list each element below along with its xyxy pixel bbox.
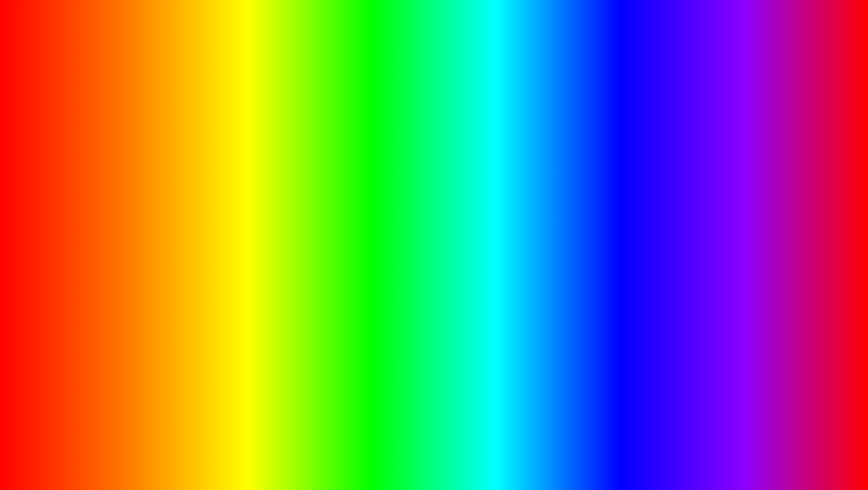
sidebar-label-shop: Shop: [55, 240, 67, 246]
auto-next-island-row[interactable]: Auto Next Island ✓: [672, 286, 837, 305]
start-raid-checkbox[interactable]: [822, 235, 830, 243]
r-sidebar-founder-label: Founder & Dev: [637, 175, 667, 187]
select-type-farm-label: Select Type Farm: [95, 177, 236, 183]
sidebar-item-combat[interactable]: Combat/PVP: [40, 221, 89, 236]
left-panel-controls: − ✕: [239, 160, 258, 168]
r-sidebar-island-label: Island/ESP: [637, 225, 663, 232]
right-sidebar-island-esp[interactable]: Island/ESP: [622, 221, 671, 236]
right-panel-close-button[interactable]: ✕: [823, 160, 831, 168]
script-text: SCRIPT: [425, 434, 557, 474]
select-chip-value: Dough: [807, 198, 823, 205]
sidebar-item-shop[interactable]: Shop: [40, 236, 89, 251]
raid-header-row: Raid: [672, 173, 837, 192]
right-panel-controls: − ✕: [812, 160, 831, 168]
auto-next-island-checkbox[interactable]: ✓: [822, 292, 830, 300]
r-farm-icon: [627, 210, 634, 217]
left-panel-content: Select Type Farm Upper ∧ Main Farm ✓ Cus…: [90, 171, 264, 265]
star-decoration: ⭐: [470, 347, 504, 379]
skull-icon: ☠: [747, 371, 828, 403]
logo-fruits-text: FRUITS: [747, 424, 828, 450]
r-founder-icon: [627, 178, 634, 185]
ectoplasm-row[interactable]: Ectoplasm: [90, 249, 264, 263]
r-sidebar-raid-label: Raid: [637, 255, 648, 261]
r-sidebar-combat-label: Combat/PVP: [637, 240, 668, 246]
main-farm-row[interactable]: Main Farm ✓: [90, 187, 264, 203]
right-sidebar-raid[interactable]: Raid: [622, 251, 671, 266]
right-ui-panel: Grape Hub Gen 2.3 − ✕ Founder & Dev Main…: [622, 156, 837, 308]
raid-header-label: Raid: [678, 179, 830, 186]
kill-aura-row[interactable]: Kill Aura ✓: [672, 267, 837, 286]
sidebar-label-sky: Sky: [58, 271, 67, 277]
founder-icon: [45, 178, 52, 185]
sidebar-label-combat: Combat/PVP: [55, 225, 86, 232]
right-panel-body: Founder & Dev Main Farm Island/ESP Comba…: [622, 171, 837, 307]
custom-mode-row[interactable]: Custom Selected Mode ✓: [90, 203, 264, 219]
left-panel-title: Grape Hub Gen 2.3: [46, 161, 97, 168]
right-sidebar-combat[interactable]: Combat/PVP: [622, 236, 671, 251]
left-panel-body: Founder & Dev Main Island/ESP Combat/PVP…: [40, 171, 264, 288]
r-main-icon: [627, 195, 634, 202]
r-raid-icon: [627, 254, 634, 262]
right-sidebar-main[interactable]: Main: [622, 192, 671, 206]
character-head: [416, 76, 452, 111]
main-icon: [45, 195, 52, 202]
left-panel-sidebar: Founder & Dev Main Island/ESP Combat/PVP…: [40, 171, 90, 288]
auto-upper-row[interactable]: Auto Upper: [90, 219, 264, 235]
auto-next-island-label: Auto Next Island: [678, 292, 822, 299]
kill-aura-label: Kill Aura: [678, 273, 822, 280]
start-raid-row[interactable]: Start Raid: [672, 230, 837, 249]
left-panel-minimize-button[interactable]: −: [239, 160, 247, 168]
r-island-icon: [627, 225, 634, 232]
character: [398, 94, 470, 264]
right-panel-minimize-button[interactable]: −: [812, 160, 820, 168]
sidebar-label-main: Main: [55, 196, 67, 202]
background: BLOX FRUITS NO MISS SKILL MOBILE ✓ ANDRO…: [4, 4, 864, 486]
r-sidebar-main-label: Main: [637, 196, 649, 202]
select-chip-row[interactable]: Select Chip Dough ∧: [672, 192, 837, 211]
left-ui-panel: Grape Hub Gen 2.3 − ✕ Founder & Dev Main: [40, 156, 264, 289]
r-combat-icon: [627, 240, 634, 247]
devil-fruit-icon: [45, 254, 52, 262]
auto-third-sea-row[interactable]: Auto Third Sea: [90, 235, 264, 249]
logo-blox-text: BLOX: [747, 403, 828, 424]
blox-fruits-logo: ☠ BLOX FRUITS: [747, 371, 828, 450]
start-raid-label: Start Raid: [678, 236, 822, 242]
select-chip-label: Select Chip: [678, 198, 807, 205]
right-sidebar-farm[interactable]: Farm: [622, 206, 671, 221]
select-type-farm-row[interactable]: Select Type Farm Upper ∧: [90, 173, 264, 187]
auto-select-dungeon-row[interactable]: Auto Select Doungeon: [672, 249, 837, 267]
right-panel-content: Raid Select Chip Dough ∧ Buy Chip Start …: [672, 171, 837, 307]
kill-aura-checkbox[interactable]: ✓: [822, 273, 830, 281]
auto-select-dungeon-checkbox[interactable]: [822, 254, 830, 262]
right-panel-titlebar: Grape Hub Gen 2.3 − ✕: [622, 157, 837, 171]
buy-chip-label: Buy Chip: [678, 217, 822, 223]
plant-decoration: 🌿: [591, 378, 631, 414]
sidebar-item-main[interactable]: Main: [40, 192, 89, 206]
sky-avatar: [45, 269, 55, 279]
select-type-farm-value: Upper: [236, 177, 251, 183]
right-panel-title: Grape Hub Gen 2.3: [628, 161, 679, 168]
sidebar-item-sky[interactable]: Sky: [40, 266, 89, 283]
right-panel-sidebar: Founder & Dev Main Farm Island/ESP Comba…: [622, 171, 672, 288]
pastebin-text: PASTEBIN: [559, 434, 738, 474]
main-farm-checkbox[interactable]: ✓: [250, 191, 258, 199]
auto-third-sea-label: Auto Third Sea: [95, 238, 258, 245]
sidebar-label-island: Island/ESP: [55, 210, 81, 217]
auto-upper-checkbox[interactable]: [250, 223, 258, 231]
left-panel-close-button[interactable]: ✕: [250, 160, 258, 168]
sidebar-item-island-esp[interactable]: Island/ESP: [40, 206, 89, 221]
chip-chevron-icon: ∧: [826, 198, 830, 205]
custom-mode-checkbox[interactable]: ✓: [250, 207, 258, 215]
buy-chip-row[interactable]: Buy Chip: [672, 211, 837, 230]
custom-mode-label: Custom Selected Mode: [95, 208, 250, 214]
chevron-up-icon: ∧: [254, 177, 258, 183]
combat-icon: [45, 225, 52, 232]
main-farm-label: Main Farm: [95, 192, 250, 199]
left-panel-titlebar: Grape Hub Gen 2.3 − ✕: [40, 157, 264, 171]
sidebar-item-devil-fruit[interactable]: Devil Fruit: [40, 251, 89, 266]
sidebar-item-founder[interactable]: Founder & Dev: [40, 171, 89, 192]
r-sidebar-farm-label: Farm: [637, 210, 649, 217]
buy-chip-checkbox[interactable]: [822, 216, 830, 224]
right-sidebar-founder[interactable]: Founder & Dev: [622, 171, 671, 192]
sidebar-label-devil-fruit: Devil Fruit: [55, 255, 79, 261]
